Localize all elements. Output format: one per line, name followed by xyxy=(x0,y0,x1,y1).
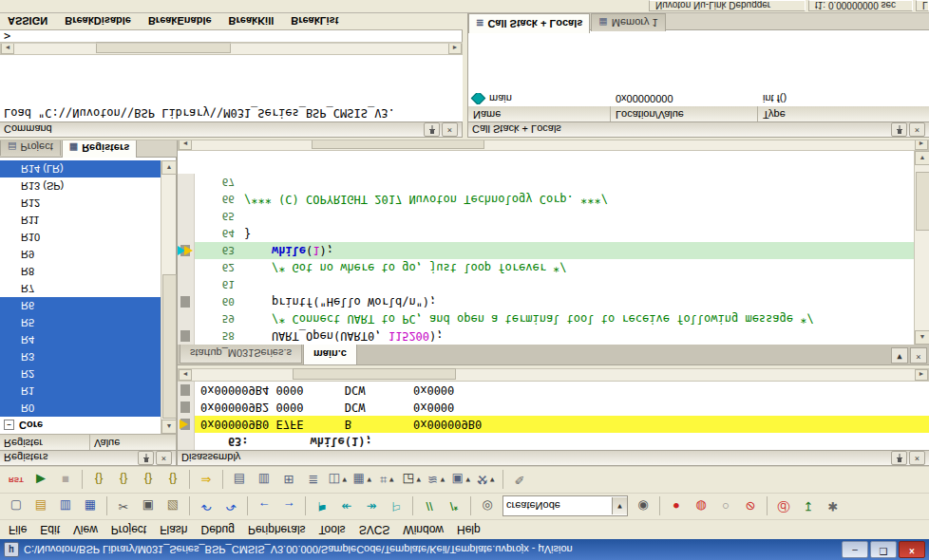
save-file-icon[interactable]: ▥ xyxy=(54,495,77,518)
dropdown-caret-icon[interactable]: ▼ xyxy=(341,476,349,484)
hint-command-breakenable[interactable]: BreakEnable xyxy=(148,16,212,28)
menu-peripherals[interactable]: Peripherals xyxy=(241,521,313,538)
watch-window-icon[interactable]: ◫▼ xyxy=(327,469,350,492)
start-stop-debug-icon[interactable]: ⓓ xyxy=(772,495,795,518)
register-row-r6[interactable]: R6 xyxy=(0,297,161,314)
editor-margin[interactable] xyxy=(178,293,195,310)
menu-window[interactable]: Window xyxy=(396,521,450,538)
toggle-bookmark-icon[interactable]: ⚑ xyxy=(311,495,333,518)
run-to-cursor-icon[interactable]: {} xyxy=(161,469,184,492)
new-file-icon[interactable]: ▢ xyxy=(5,495,28,518)
find-in-files-icon[interactable]: ◎ xyxy=(476,495,499,518)
register-row-r10[interactable]: R10 xyxy=(0,229,161,246)
insert-breakpoint-icon[interactable]: ● xyxy=(665,495,688,518)
close-button[interactable]: × xyxy=(899,541,925,558)
register-row-r4[interactable]: R4 xyxy=(0,331,161,348)
editor-margin[interactable] xyxy=(178,327,195,345)
disassembly-hscrollbar[interactable]: ◄ ► xyxy=(178,368,929,382)
open-file-icon[interactable]: ▤ xyxy=(29,495,52,518)
document-close-icon[interactable]: × xyxy=(910,347,927,364)
editor-line-58[interactable]: 58 UART_Open(UART0, 115200); xyxy=(178,327,929,345)
scroll-down-icon[interactable]: ▼ xyxy=(161,160,177,175)
incremental-find-icon[interactable]: ◉ xyxy=(632,495,654,518)
registers-pin-button[interactable] xyxy=(138,451,154,465)
disassembly-window-icon[interactable]: ▥ xyxy=(253,469,275,492)
command-output[interactable]: Load "C:\\Nuvoton\\BSP Library\\M031_Ser… xyxy=(0,55,463,121)
scroll-right-icon[interactable]: ► xyxy=(915,369,928,381)
register-row-r11[interactable]: R11 xyxy=(0,212,161,229)
disassembly-close-button[interactable]: × xyxy=(909,451,925,465)
disassembly-line[interactable]: 0x000009B2 0000 DCW 0x0000 xyxy=(178,399,929,416)
menu-svcs[interactable]: SVCS xyxy=(352,521,397,538)
system-viewer-icon[interactable]: ▣▼ xyxy=(450,469,473,492)
minimize-button[interactable]: – xyxy=(842,541,868,558)
flash-download-icon[interactable]: ↧ xyxy=(797,495,820,518)
dropdown-caret-icon[interactable]: ▼ xyxy=(439,476,446,484)
editor-margin[interactable] xyxy=(178,174,195,191)
menu-project[interactable]: Project xyxy=(104,521,153,538)
editor-margin[interactable] xyxy=(178,242,195,259)
trace-window-icon[interactable]: ≋▼ xyxy=(426,469,448,492)
scroll-left-icon[interactable]: ◄ xyxy=(179,369,192,381)
command-hscrollbar[interactable]: ◄ ► xyxy=(0,42,463,55)
register-row-r9[interactable]: R9 xyxy=(0,246,161,263)
scrollbar-thumb[interactable] xyxy=(162,274,177,419)
next-bookmark-icon[interactable]: ↠ xyxy=(360,495,383,518)
register-row-r5[interactable]: R5 xyxy=(0,314,161,331)
tab-registers[interactable]: ▦Registers xyxy=(62,138,138,158)
register-row-r7[interactable]: R7 xyxy=(0,280,161,297)
editor-margin[interactable] xyxy=(178,310,195,327)
call-stack-window-icon[interactable]: ≣ xyxy=(302,469,325,492)
stack-frame-row[interactable]: main0x00000000int f() xyxy=(468,91,929,106)
disassembly-content[interactable]: 63: while(1);0x000009B0 E7FE B 0x000009B… xyxy=(178,382,929,450)
disassembly-line[interactable]: 63: while(1); xyxy=(178,433,929,450)
analysis-window-icon[interactable]: ◲▼ xyxy=(401,469,424,492)
disassembly-line[interactable]: 0x000009B4 0000 DCW 0x0000 xyxy=(178,382,929,399)
command-close-button[interactable]: × xyxy=(442,122,458,137)
uncomment-selection-icon[interactable]: /* xyxy=(443,495,465,518)
comment-selection-icon[interactable]: // xyxy=(418,495,441,518)
scroll-down-icon[interactable]: ▼ xyxy=(915,151,929,165)
hint-command-assign[interactable]: ASSIGN xyxy=(8,16,47,28)
reset-cpu-icon[interactable]: RST xyxy=(5,469,28,492)
register-row-r2[interactable]: R2 xyxy=(0,365,161,383)
disable-all-breakpoints-icon[interactable]: ○ xyxy=(714,495,737,518)
register-row-r14-lr[interactable]: R14 (LR) xyxy=(0,160,161,177)
disassembly-line[interactable]: 0x000009B0 E7FE B 0x000009B0 xyxy=(178,416,929,433)
show-next-statement-icon[interactable]: ⇒ xyxy=(195,469,218,492)
scroll-right-icon[interactable]: ► xyxy=(448,43,462,54)
symbol-window-icon[interactable]: ⊞ xyxy=(277,469,300,492)
menu-debug[interactable]: Debug xyxy=(195,521,241,538)
register-row-r12[interactable]: R12 xyxy=(0,195,161,212)
register-row-r0[interactable]: R0 xyxy=(0,400,161,417)
dropdown-caret-icon[interactable]: ▼ xyxy=(366,476,373,484)
register-row-core[interactable]: –Core xyxy=(0,417,161,434)
editor-line-62[interactable]: 62 /* Got no where to go, just loop fore… xyxy=(178,259,929,276)
menu-help[interactable]: Help xyxy=(450,521,487,538)
step-out-icon[interactable]: {} xyxy=(137,469,160,492)
hint-command-breaklist[interactable]: BreakList xyxy=(291,16,338,28)
step-into-icon[interactable]: {} xyxy=(87,469,110,492)
stop-icon[interactable]: ■ xyxy=(54,469,77,492)
editor-line-61[interactable]: 61 xyxy=(178,276,929,293)
menu-view[interactable]: View xyxy=(66,521,104,538)
menu-tools[interactable]: Tools xyxy=(313,521,352,538)
redo-icon[interactable]: ↷ xyxy=(219,495,242,518)
register-row-r8[interactable]: R8 xyxy=(0,263,161,280)
editor-line-60[interactable]: 60 printf("Hello World\n"); xyxy=(178,293,929,310)
editor-margin[interactable] xyxy=(178,225,195,242)
call-stack-close-button[interactable]: × xyxy=(909,122,925,137)
editor-line-59[interactable]: 59 /* Connect UART to PC, and open a ter… xyxy=(178,310,929,327)
document-tab-startup-m031series-s[interactable]: startup_M031Series.s xyxy=(180,345,302,364)
command-pin-button[interactable] xyxy=(424,122,440,137)
dropdown-caret-icon[interactable]: ▼ xyxy=(415,476,423,484)
editor-vscrollbar[interactable]: ▲ ▼ xyxy=(914,151,929,345)
kill-all-breakpoints-icon[interactable]: ⊘ xyxy=(739,495,762,518)
editor-margin[interactable] xyxy=(178,259,195,276)
hint-command-breakkill[interactable]: BreakKill xyxy=(229,16,275,28)
run-icon[interactable]: ▶ xyxy=(29,469,52,492)
tab-scroll-down-icon[interactable]: ▼ xyxy=(891,347,908,364)
menu-flash[interactable]: Flash xyxy=(153,521,194,538)
editor-line-64[interactable]: 64} xyxy=(178,225,929,242)
prev-bookmark-icon[interactable]: ↞ xyxy=(335,495,358,518)
